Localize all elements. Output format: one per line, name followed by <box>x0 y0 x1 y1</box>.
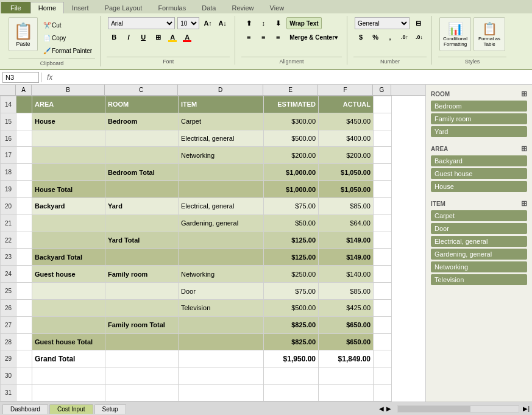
fill-color-button[interactable]: A <box>166 31 179 43</box>
cell-a26[interactable] <box>16 299 32 316</box>
cell-f28[interactable]: $650.00 <box>319 333 374 350</box>
cell-g31[interactable] <box>374 385 392 402</box>
cell-a14[interactable] <box>16 96 32 113</box>
cell-b22[interactable] <box>32 232 105 249</box>
align-right-button[interactable]: ≡ <box>272 31 284 43</box>
room-filter-icon[interactable]: ⊞ <box>521 90 527 98</box>
cell-f31[interactable] <box>319 385 374 402</box>
cell-f26[interactable]: $425.00 <box>319 299 374 316</box>
cell-g19[interactable] <box>374 181 392 198</box>
filter-room-family-room[interactable]: Family room <box>431 113 527 124</box>
cell-d19[interactable] <box>179 181 264 198</box>
cell-e19[interactable]: $1,000.00 <box>264 181 319 198</box>
col-header-c[interactable]: C <box>105 85 178 95</box>
col-header-d[interactable]: D <box>178 85 263 95</box>
cell-d17[interactable]: Networking <box>179 147 264 164</box>
cell-c18[interactable]: Bedroom Total <box>105 164 179 181</box>
filter-area-backyard[interactable]: Backyard <box>431 155 527 166</box>
cell-g25[interactable] <box>374 283 392 300</box>
underline-button[interactable]: U <box>137 31 149 43</box>
cell-b27[interactable] <box>32 316 105 333</box>
cell-c31[interactable] <box>105 385 179 402</box>
tab-file[interactable]: File <box>1 2 30 13</box>
align-bottom-button[interactable]: ⬇ <box>272 17 284 29</box>
cell-e26[interactable]: $500.00 <box>264 299 319 316</box>
cell-e22[interactable]: $125.00 <box>264 232 319 249</box>
cell-g24[interactable] <box>374 266 392 283</box>
bold-button[interactable]: B <box>108 31 120 43</box>
tab-page-layout[interactable]: Page Layout <box>97 2 151 13</box>
item-filter-icon[interactable]: ⊞ <box>521 199 527 208</box>
cell-e25[interactable]: $75.00 <box>264 283 319 300</box>
cell-g29[interactable] <box>374 350 392 367</box>
cell-b20[interactable]: Backyard <box>32 197 105 215</box>
cell-g30[interactable] <box>374 367 392 385</box>
copy-button[interactable]: 📄 Copy <box>40 32 95 43</box>
filter-item-door[interactable]: Door <box>431 223 527 234</box>
cell-b28[interactable]: Guest house Total <box>32 333 105 350</box>
cell-e30[interactable] <box>264 367 319 385</box>
cell-c23[interactable] <box>105 249 179 266</box>
italic-button[interactable]: I <box>122 31 135 43</box>
filter-item-carpet[interactable]: Carpet <box>431 210 527 221</box>
col-header-a[interactable]: A <box>16 85 32 95</box>
cell-f14[interactable]: ACTUAL <box>319 96 374 113</box>
filter-item-gardening[interactable]: Gardening, general <box>431 249 527 260</box>
border-button[interactable]: ⊞ <box>152 31 164 43</box>
tab-dashboard[interactable]: Dashboard <box>2 404 48 414</box>
comma-button[interactable]: , <box>384 31 396 43</box>
percent-button[interactable]: % <box>369 31 381 43</box>
cell-a16[interactable] <box>16 130 32 147</box>
font-size-select[interactable]: 10 <box>177 17 199 29</box>
cell-c24[interactable]: Family room <box>105 266 179 283</box>
col-header-f[interactable]: F <box>318 85 373 95</box>
cell-e29[interactable]: $1,950.00 <box>264 350 319 367</box>
cell-d14[interactable]: ITEM <box>179 96 264 113</box>
cell-b21[interactable] <box>32 215 105 232</box>
cell-b16[interactable] <box>32 130 105 147</box>
cell-d22[interactable] <box>179 232 264 249</box>
cell-f30[interactable] <box>319 367 374 385</box>
cell-d28[interactable] <box>179 333 264 350</box>
cell-b19[interactable]: House Total <box>32 181 105 198</box>
number-format-select[interactable]: General <box>355 17 410 29</box>
cell-a31[interactable] <box>16 385 32 402</box>
cell-d24[interactable]: Networking <box>179 266 264 283</box>
cell-e16[interactable]: $500.00 <box>264 130 319 147</box>
cell-e21[interactable]: $50.00 <box>264 215 319 232</box>
cell-e15[interactable]: $300.00 <box>264 113 319 130</box>
cell-b15[interactable]: House <box>32 113 105 130</box>
cell-f23[interactable]: $149.00 <box>319 249 374 266</box>
cell-c17[interactable] <box>105 147 179 164</box>
font-family-select[interactable]: Arial <box>108 17 175 29</box>
cell-b26[interactable] <box>32 299 105 316</box>
cell-g20[interactable] <box>374 197 392 215</box>
align-top-button[interactable]: ⬆ <box>243 17 255 29</box>
col-header-b[interactable]: B <box>32 85 105 95</box>
cell-f19[interactable]: $1,050.00 <box>319 181 374 198</box>
cell-a23[interactable] <box>16 249 32 266</box>
number-expand-button[interactable]: ⊟ <box>412 17 424 29</box>
cell-g28[interactable] <box>374 333 392 350</box>
cell-c15[interactable]: Bedroom <box>105 113 179 130</box>
cut-button[interactable]: ✂️ Cut <box>40 20 95 30</box>
filter-item-networking[interactable]: Networking <box>431 261 527 272</box>
cell-f27[interactable]: $650.00 <box>319 316 374 333</box>
cell-b18[interactable] <box>32 164 105 181</box>
cell-e28[interactable]: $825.00 <box>264 333 319 350</box>
cell-d30[interactable] <box>179 367 264 385</box>
cell-b30[interactable] <box>32 367 105 385</box>
wrap-text-button[interactable]: Wrap Text <box>286 17 321 29</box>
scroll-right-button[interactable]: ▶ <box>386 405 391 412</box>
cell-a19[interactable] <box>16 181 32 198</box>
cell-g22[interactable] <box>374 232 392 249</box>
cell-f21[interactable]: $64.00 <box>319 215 374 232</box>
area-filter-icon[interactable]: ⊞ <box>521 144 527 153</box>
cell-g15[interactable] <box>374 113 392 130</box>
cell-g21[interactable] <box>374 215 392 232</box>
cell-a30[interactable] <box>16 367 32 385</box>
tab-view[interactable]: View <box>262 2 293 13</box>
cell-f15[interactable]: $450.00 <box>319 113 374 130</box>
cell-c22[interactable]: Yard Total <box>105 232 179 249</box>
cell-g27[interactable] <box>374 316 392 333</box>
